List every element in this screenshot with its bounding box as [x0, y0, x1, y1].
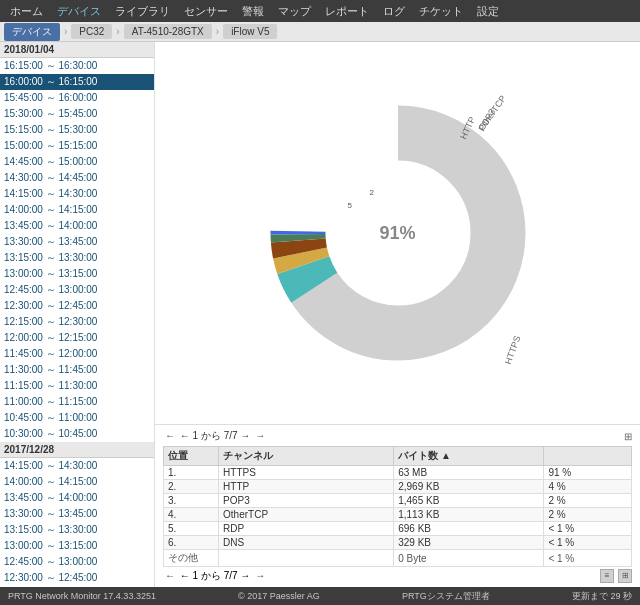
sidebar-time-item[interactable]: 13:30:00 ～ 13:45:00	[0, 234, 154, 250]
sidebar-time-item[interactable]: 12:45:00 ～ 13:00:00	[0, 282, 154, 298]
table-next-btn[interactable]: →	[253, 430, 267, 441]
chart-center-label: 91%	[379, 223, 415, 244]
sidebar-time-item[interactable]: 13:15:00 ～ 13:30:00	[0, 250, 154, 266]
sidebar-time-item[interactable]: 12:00:00 ～ 12:15:00	[0, 330, 154, 346]
channel-cell: OtherTCP	[219, 508, 394, 522]
col-header-channel[interactable]: チャンネル	[219, 447, 394, 466]
sidebar-time-item[interactable]: 15:30:00 ～ 15:45:00	[0, 106, 154, 122]
bytes-cell: 696 KB	[394, 522, 544, 536]
http-pct-label: 5	[348, 201, 352, 210]
sidebar-time-item[interactable]: 14:30:00 ～ 14:45:00	[0, 170, 154, 186]
table-row: 6. DNS 329 KB < 1 %	[164, 536, 632, 550]
pct-cell: < 1 %	[544, 522, 632, 536]
bytes-cell: 1,465 KB	[394, 494, 544, 508]
tab-device[interactable]: デバイス	[4, 23, 60, 41]
channel-cell: HTTPS	[219, 466, 394, 480]
other-label-cell: その他	[164, 550, 219, 567]
menu-device[interactable]: デバイス	[51, 2, 107, 21]
menu-map[interactable]: マップ	[272, 2, 317, 21]
table-footer-nav-text: ← ← 1 から 7/7 → →	[163, 569, 267, 583]
sidebar-time-item[interactable]: 14:00:00 ～ 14:15:00	[0, 474, 154, 490]
table-expand-icon2[interactable]: ⊞	[618, 569, 632, 583]
sidebar-time-item[interactable]: 15:15:00 ～ 15:30:00	[0, 122, 154, 138]
tab-pc32[interactable]: PC32	[71, 24, 112, 39]
table-area: ← ← 1 から 7/7 → → ⊞ 位置 チャンネル バイト数 ▲	[155, 424, 640, 587]
sidebar-time-item[interactable]: 12:15:00 ～ 12:30:00	[0, 314, 154, 330]
bytes-cell: 1,113 KB	[394, 508, 544, 522]
sidebar-time-item[interactable]: 10:30:00 ～ 10:45:00	[0, 426, 154, 442]
rank-cell: 4.	[164, 508, 219, 522]
sidebar-time-item-selected[interactable]: 16:00:00 ～ 16:15:00	[0, 74, 154, 90]
tab-at4510[interactable]: AT-4510-28GTX	[124, 24, 212, 39]
sidebar-time-item[interactable]: 11:00:00 ～ 11:15:00	[0, 394, 154, 410]
rank-cell: 3.	[164, 494, 219, 508]
sidebar-time-item[interactable]: 11:15:00 ～ 11:30:00	[0, 378, 154, 394]
table-row: 2. HTTP 2,969 KB 4 %	[164, 480, 632, 494]
menu-sensor[interactable]: センサー	[178, 2, 234, 21]
sidebar-time-item[interactable]: 12:30:00 ～ 12:45:00	[0, 298, 154, 314]
sidebar-time-item[interactable]: 13:00:00 ～ 13:15:00	[0, 538, 154, 554]
sidebar-time-item[interactable]: 12:15:00 ～ 12:30:00	[0, 586, 154, 587]
sidebar-time-item[interactable]: 12:30:00 ～ 12:45:00	[0, 570, 154, 586]
sidebar-time-item[interactable]: 13:45:00 ～ 14:00:00	[0, 490, 154, 506]
bytes-cell: 329 KB	[394, 536, 544, 550]
sidebar-time-item[interactable]: 13:15:00 ～ 13:30:00	[0, 522, 154, 538]
footer: PRTG Network Monitor 17.4.33.3251 © 2017…	[0, 587, 640, 605]
sidebar-time-item[interactable]: 13:30:00 ～ 13:45:00	[0, 506, 154, 522]
tab-sep-1: ›	[62, 26, 69, 37]
sidebar-time-item[interactable]: 16:15:00 ～ 16:30:00	[0, 58, 154, 74]
table-nav-text: ← ← 1 から 7/7 → →	[163, 429, 267, 443]
table-row: 3. POP3 1,465 KB 2 %	[164, 494, 632, 508]
sidebar-time-item[interactable]: 14:15:00 ～ 14:30:00	[0, 186, 154, 202]
sidebar-time-item[interactable]: 15:00:00 ～ 15:15:00	[0, 138, 154, 154]
table-other-row: その他 0 Byte < 1 %	[164, 550, 632, 567]
sidebar-time-item[interactable]: 13:00:00 ～ 13:15:00	[0, 266, 154, 282]
donut-chart-container: HTTPS HTTP POP3 OtherTCP 91% 5 2	[258, 93, 538, 373]
col-header-bytes[interactable]: バイト数 ▲	[394, 447, 544, 466]
sidebar-time-item[interactable]: 12:45:00 ～ 13:00:00	[0, 554, 154, 570]
sidebar-time-item[interactable]: 10:45:00 ～ 11:00:00	[0, 410, 154, 426]
table-footer-nav: ← ← 1 から 7/7 → → ≡ ⊞	[163, 569, 632, 583]
table-export-icon[interactable]: ≡	[600, 569, 614, 583]
sidebar-time-item[interactable]: 14:15:00 ～ 14:30:00	[0, 458, 154, 474]
menu-report[interactable]: レポート	[319, 2, 375, 21]
channel-cell: DNS	[219, 536, 394, 550]
sidebar-time-item[interactable]: 11:30:00 ～ 11:45:00	[0, 362, 154, 378]
sidebar-time-item[interactable]: 15:45:00 ～ 16:00:00	[0, 90, 154, 106]
tab-iflow[interactable]: iFlow V5	[223, 24, 277, 39]
table-footer-prev-btn[interactable]: ←	[163, 570, 177, 581]
col-header-pct	[544, 447, 632, 466]
sidebar-time-item[interactable]: 14:00:00 ～ 14:15:00	[0, 202, 154, 218]
sidebar-time-item[interactable]: 11:45:00 ～ 12:00:00	[0, 346, 154, 362]
table-nav-top: ← ← 1 から 7/7 → → ⊞	[163, 429, 632, 443]
sidebar-time-item[interactable]: 14:45:00 ～ 15:00:00	[0, 154, 154, 170]
main-content: 2018/01/04 16:15:00 ～ 16:30:00 16:00:00 …	[0, 42, 640, 587]
menu-log[interactable]: ログ	[377, 2, 411, 21]
right-panel: HTTPS HTTP POP3 OtherTCP 91% 5 2 ← ← 1 か…	[155, 42, 640, 587]
sidebar-date-1: 2018/01/04	[0, 42, 154, 58]
other-pct-cell: < 1 %	[544, 550, 632, 567]
tab-bar: デバイス › PC32 › AT-4510-28GTX › iFlow V5	[0, 22, 640, 42]
table-expand-icon[interactable]: ⊞	[624, 431, 632, 442]
other-bytes-cell: 0 Byte	[394, 550, 544, 567]
menu-bar: ホーム デバイス ライブラリ センサー 警報 マップ レポート ログ チケット …	[0, 0, 640, 22]
menu-library[interactable]: ライブラリ	[109, 2, 176, 21]
channel-cell: HTTP	[219, 480, 394, 494]
menu-settings[interactable]: 設定	[471, 2, 505, 21]
footer-copyright: © 2017 Paessler AG	[238, 591, 320, 601]
pct-cell: < 1 %	[544, 536, 632, 550]
menu-home[interactable]: ホーム	[4, 2, 49, 21]
table-page-info: ← 1 から 7/7 →	[180, 430, 251, 441]
sidebar: 2018/01/04 16:15:00 ～ 16:30:00 16:00:00 …	[0, 42, 155, 587]
table-footer-next-btn[interactable]: →	[253, 570, 267, 581]
menu-ticket[interactable]: チケット	[413, 2, 469, 21]
table-prev-btn[interactable]: ←	[163, 430, 177, 441]
table-row: 1. HTTPS 63 MB 91 %	[164, 466, 632, 480]
pct-cell: 4 %	[544, 480, 632, 494]
menu-alarm[interactable]: 警報	[236, 2, 270, 21]
tab-sep-2: ›	[114, 26, 121, 37]
pct-cell: 2 %	[544, 508, 632, 522]
table-footer-icons: ≡ ⊞	[598, 569, 632, 583]
sidebar-time-item[interactable]: 13:45:00 ～ 14:00:00	[0, 218, 154, 234]
table-footer-page-info: ← 1 から 7/7 →	[180, 570, 251, 581]
